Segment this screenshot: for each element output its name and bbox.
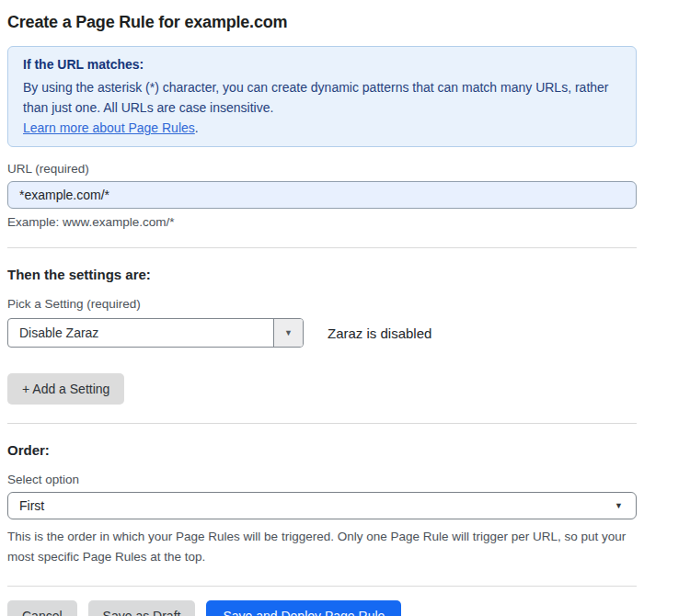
divider bbox=[7, 423, 637, 424]
add-setting-button[interactable]: + Add a Setting bbox=[7, 373, 124, 405]
setting-row: Disable Zaraz ▼ Zaraz is disabled bbox=[7, 318, 637, 348]
info-box-heading: If the URL matches: bbox=[23, 57, 621, 72]
order-select-value: First bbox=[19, 498, 44, 513]
info-box-body: By using the asterisk (*) character, you… bbox=[23, 78, 612, 118]
page-title: Create a Page Rule for example.com bbox=[7, 13, 637, 32]
form-actions: Cancel Save as Draft Save and Deploy Pag… bbox=[7, 600, 637, 616]
setting-select-value: Disable Zaraz bbox=[8, 319, 273, 347]
url-example-text: Example: www.example.com/* bbox=[7, 215, 637, 229]
link-suffix: . bbox=[195, 120, 199, 135]
pick-setting-label: Pick a Setting (required) bbox=[7, 297, 637, 311]
save-and-deploy-button[interactable]: Save and Deploy Page Rule bbox=[206, 600, 401, 616]
setting-select[interactable]: Disable Zaraz ▼ bbox=[7, 318, 304, 348]
order-select[interactable]: First ▼ bbox=[7, 492, 637, 519]
chevron-down-icon[interactable]: ▼ bbox=[273, 319, 303, 347]
order-select-label: Select option bbox=[7, 473, 637, 486]
info-link-line: Learn more about Page Rules. bbox=[23, 120, 621, 135]
divider bbox=[7, 247, 637, 248]
save-as-draft-button[interactable]: Save as Draft bbox=[88, 600, 196, 616]
url-matches-info-box: If the URL matches: By using the asteris… bbox=[7, 46, 637, 147]
divider bbox=[7, 586, 637, 587]
chevron-down-icon: ▼ bbox=[615, 501, 623, 510]
page-rule-form: Create a Page Rule for example.com If th… bbox=[0, 0, 690, 616]
learn-more-link[interactable]: Learn more about Page Rules bbox=[23, 120, 195, 135]
order-help-text: This is the order in which your Page Rul… bbox=[7, 527, 637, 566]
cancel-button[interactable]: Cancel bbox=[7, 600, 77, 616]
settings-section-heading: Then the settings are: bbox=[7, 267, 637, 282]
url-input[interactable] bbox=[7, 181, 637, 209]
order-section-heading: Order: bbox=[7, 442, 637, 458]
url-field-label: URL (required) bbox=[7, 162, 637, 176]
setting-status-text: Zaraz is disabled bbox=[328, 325, 431, 341]
